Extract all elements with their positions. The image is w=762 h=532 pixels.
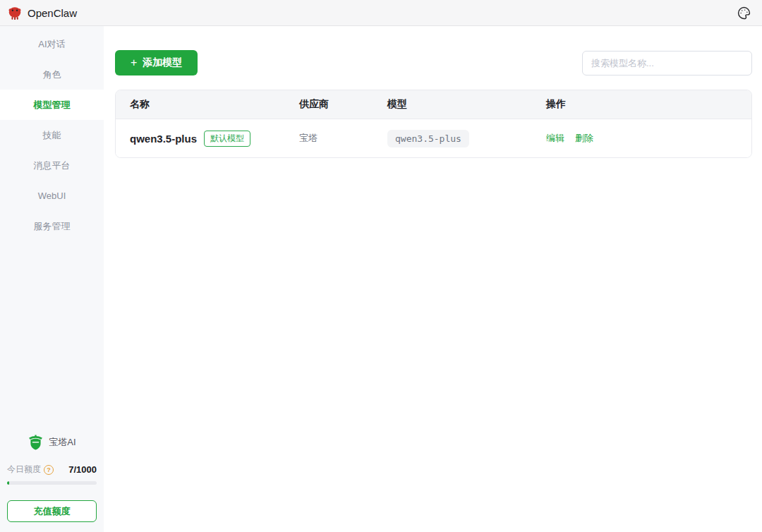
palette-icon[interactable] — [735, 4, 752, 21]
table-row: qwen3.5-plus 默认模型 宝塔 qwen3.5-plus 编辑 删除 — [116, 119, 751, 157]
model-id-chip: qwen3.5-plus — [387, 130, 469, 147]
crab-logo-icon — [7, 5, 23, 20]
delete-link[interactable]: 删除 — [575, 132, 593, 145]
quota-progress-bar — [7, 481, 97, 485]
default-model-badge: 默认模型 — [204, 131, 250, 147]
sidebar-item-ai-chat[interactable]: AI对话 — [0, 29, 104, 59]
sidebar-footer: 宝塔AI 今日额度 ? 7/1000 充值额度 — [0, 429, 104, 532]
column-header-actions: 操作 — [532, 98, 751, 111]
main-content: + 添加模型 名称 供应商 模型 操作 qwen3.5-plus 默认模型 宝塔… — [104, 26, 762, 532]
add-model-button-label: 添加模型 — [143, 56, 182, 69]
app-brand: OpenClaw — [7, 5, 77, 20]
question-icon[interactable]: ? — [44, 465, 54, 475]
quota-progress-fill — [7, 481, 9, 485]
sidebar: AI对话 角色 模型管理 技能 消息平台 WebUI 服务管理 宝塔AI 今日额… — [0, 26, 104, 532]
search-model-input[interactable] — [582, 51, 752, 75]
recharge-button[interactable]: 充值额度 — [7, 500, 97, 522]
quota-row: 今日额度 ? 7/1000 — [7, 464, 97, 481]
toolbar: + 添加模型 — [115, 50, 752, 75]
baota-brand-label: 宝塔AI — [49, 436, 75, 449]
edit-link[interactable]: 编辑 — [546, 132, 564, 145]
table-header-row: 名称 供应商 模型 操作 — [116, 90, 751, 119]
add-model-button[interactable]: + 添加模型 — [115, 50, 198, 75]
shield-icon — [28, 433, 44, 451]
column-header-name: 名称 — [116, 98, 285, 111]
models-table: 名称 供应商 模型 操作 qwen3.5-plus 默认模型 宝塔 qwen3.… — [115, 90, 752, 158]
column-header-model: 模型 — [373, 98, 532, 111]
quota-value: 7/1000 — [68, 464, 97, 475]
sidebar-item-message-platform[interactable]: 消息平台 — [0, 150, 104, 181]
sidebar-nav: AI对话 角色 模型管理 技能 消息平台 WebUI 服务管理 — [0, 26, 104, 241]
column-header-provider: 供应商 — [285, 98, 373, 111]
baota-brand: 宝塔AI — [7, 429, 97, 464]
quota-label: 今日额度 — [7, 464, 41, 476]
sidebar-item-skills[interactable]: 技能 — [0, 120, 104, 150]
sidebar-item-service-management[interactable]: 服务管理 — [0, 211, 104, 241]
actions-cell: 编辑 删除 — [532, 132, 751, 145]
sidebar-item-webui[interactable]: WebUI — [0, 181, 104, 211]
top-header: OpenClaw — [0, 0, 762, 26]
sidebar-item-roles[interactable]: 角色 — [0, 59, 104, 90]
provider-cell: 宝塔 — [285, 132, 373, 145]
model-name-cell: qwen3.5-plus 默认模型 — [116, 131, 285, 147]
model-id-cell: qwen3.5-plus — [373, 130, 532, 147]
app-title: OpenClaw — [28, 7, 77, 19]
model-name: qwen3.5-plus — [130, 133, 197, 145]
sidebar-item-model-management[interactable]: 模型管理 — [0, 90, 104, 120]
plus-icon: + — [131, 57, 137, 68]
